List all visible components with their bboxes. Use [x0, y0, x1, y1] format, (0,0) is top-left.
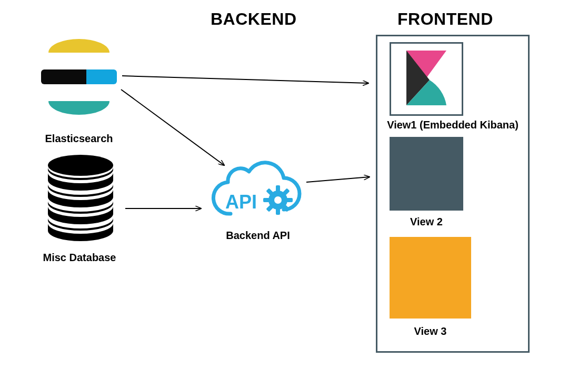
- svg-point-19: [274, 196, 282, 204]
- view3-label: View 3: [390, 325, 471, 337]
- view3-card: [390, 237, 471, 319]
- view2-card: [390, 137, 463, 211]
- elasticsearch-label: Elasticsearch: [37, 133, 121, 145]
- svg-rect-12: [276, 208, 280, 215]
- svg-point-4: [48, 39, 109, 66]
- svg-text:API: API: [225, 191, 257, 213]
- arrow-api-to-view2: [306, 177, 370, 182]
- section-title-frontend: FRONTEND: [397, 9, 493, 29]
- svg-point-8: [48, 155, 113, 176]
- svg-rect-14: [286, 198, 293, 202]
- section-title-backend: BACKEND: [211, 9, 297, 29]
- svg-point-7: [48, 87, 109, 115]
- view1-label: View1 (Embedded Kibana): [376, 119, 530, 131]
- api-label: Backend API: [221, 230, 295, 242]
- elasticsearch-icon: [41, 39, 117, 115]
- arrow-es-to-view1: [122, 76, 368, 83]
- database-node: [41, 154, 120, 259]
- view1-card: [390, 42, 463, 116]
- svg-rect-11: [276, 185, 280, 192]
- database-icon: [41, 154, 120, 243]
- arrow-es-to-api: [121, 89, 224, 165]
- database-label: Misc Database: [35, 252, 124, 264]
- elasticsearch-node: [41, 39, 117, 125]
- api-cloud-icon: API: [204, 156, 310, 230]
- svg-rect-13: [263, 198, 270, 202]
- view2-label: View 2: [390, 216, 463, 228]
- kibana-icon: [399, 47, 454, 111]
